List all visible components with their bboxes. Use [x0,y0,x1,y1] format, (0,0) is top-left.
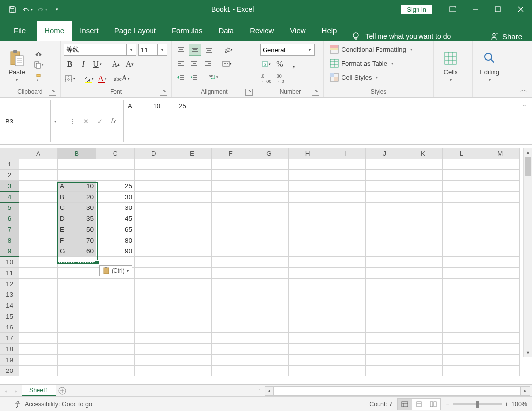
cell-B7[interactable]: E50 [58,224,96,235]
cell-H17[interactable] [289,333,327,344]
percent-button[interactable]: % [274,58,286,70]
scroll-down-button[interactable]: ▼ [524,348,532,357]
cell-C12[interactable] [96,279,135,289]
cell-M16[interactable] [481,322,520,333]
name-box-dropdown[interactable]: ▾ [50,100,60,142]
collapse-ribbon-button[interactable]: ︿ [520,85,527,94]
cell-A19[interactable] [19,355,58,366]
cell-J15[interactable] [366,311,404,322]
cell-F10[interactable] [212,257,250,268]
zoom-thumb[interactable] [476,401,479,408]
cell-L13[interactable] [443,289,481,300]
cell-A14[interactable] [19,300,58,311]
cell-C5[interactable]: 30 [96,203,135,213]
enter-formula-button[interactable]: ✓ [93,116,107,126]
cell-D1[interactable] [135,159,173,170]
close-button[interactable] [509,0,532,19]
paste-options-button[interactable]: (Ctrl)▾ [99,265,132,276]
cell-G9[interactable] [250,246,289,257]
cell-B14[interactable] [58,300,96,311]
cell-E11[interactable] [173,268,212,279]
cell-L5[interactable] [443,203,481,213]
cell-G17[interactable] [250,333,289,344]
cell-M18[interactable] [481,344,520,355]
cell-B10[interactable] [58,257,96,268]
cell-L9[interactable] [443,246,481,257]
cell-G20[interactable] [250,366,289,376]
cell-D11[interactable] [135,268,173,279]
row-header-1[interactable]: 1 [0,159,19,170]
conditional-formatting-button[interactable]: Conditional Formatting▾ [327,43,430,55]
tab-review[interactable]: Review [242,21,282,41]
save-button[interactable] [5,2,20,17]
cell-B5[interactable]: C30 [58,203,96,213]
zoom-out-button[interactable]: − [446,401,449,408]
cut-button[interactable] [33,47,44,58]
cell-G15[interactable] [250,311,289,322]
cell-A6[interactable] [19,213,58,224]
cell-A12[interactable] [19,279,58,289]
cancel-formula-button[interactable]: ✕ [79,116,93,126]
cell-L7[interactable] [443,224,481,235]
cell-H16[interactable] [289,322,327,333]
cell-J19[interactable] [366,355,404,366]
cell-F14[interactable] [212,300,250,311]
cell-A11[interactable] [19,268,58,279]
row-header-19[interactable]: 19 [0,355,19,366]
cell-M9[interactable] [481,246,520,257]
col-header-L[interactable]: L [443,148,481,159]
cell-A2[interactable] [19,170,58,181]
cell-C17[interactable] [96,333,135,344]
select-all-cell[interactable] [0,148,19,159]
cell-M2[interactable] [481,170,520,181]
row-header-16[interactable]: 16 [0,322,19,333]
cell-M6[interactable] [481,213,520,224]
row-header-9[interactable]: 9 [0,246,19,257]
cell-B17[interactable] [58,333,96,344]
cell-A10[interactable] [19,257,58,268]
cell-H12[interactable] [289,279,327,289]
page-break-view-button[interactable] [426,398,441,410]
align-top-button[interactable] [175,44,187,55]
cell-E1[interactable] [173,159,212,170]
cell-J1[interactable] [366,159,404,170]
cell-G12[interactable] [250,279,289,289]
cell-M1[interactable] [481,159,520,170]
comma-button[interactable]: , [288,58,300,70]
cell-G2[interactable] [250,170,289,181]
cell-I10[interactable] [327,257,366,268]
cell-I3[interactable] [327,181,366,192]
row-header-17[interactable]: 17 [0,333,19,344]
zoom-slider[interactable] [453,403,502,405]
cell-D18[interactable] [135,344,173,355]
orientation-button[interactable]: ab▾ [222,44,234,55]
cell-L1[interactable] [443,159,481,170]
col-header-F[interactable]: F [212,148,250,159]
cell-L12[interactable] [443,279,481,289]
cell-L17[interactable] [443,333,481,344]
cell-M4[interactable] [481,192,520,203]
col-header-A[interactable]: A [19,148,58,159]
align-left-button[interactable] [175,58,187,69]
sheet-nav-first[interactable]: ◂ [1,388,11,394]
sheet-tab-sheet1[interactable]: Sheet1 [22,385,56,396]
cell-J3[interactable] [366,181,404,192]
cell-A17[interactable] [19,333,58,344]
hscroll-left-button[interactable]: ◂ [265,386,274,396]
cell-D6[interactable] [135,213,173,224]
row-header-13[interactable]: 13 [0,289,19,300]
cell-K4[interactable] [404,192,443,203]
cell-B13[interactable] [58,289,96,300]
grid[interactable]: ABCDEFGHIJKLM123A10254B20305C30306D35457… [0,148,532,384]
cell-I4[interactable] [327,192,366,203]
cell-G11[interactable] [250,268,289,279]
formula-input[interactable]: A 10 25 ︿ [123,100,529,142]
cell-G7[interactable] [250,224,289,235]
cell-K14[interactable] [404,300,443,311]
signin-button[interactable]: Sign in [401,5,432,14]
clipboard-dialog-launcher[interactable]: ⬊ [49,89,56,96]
col-header-D[interactable]: D [135,148,173,159]
grow-font-button[interactable]: A▴ [110,58,122,70]
col-header-K[interactable]: K [404,148,443,159]
cell-F8[interactable] [212,235,250,246]
